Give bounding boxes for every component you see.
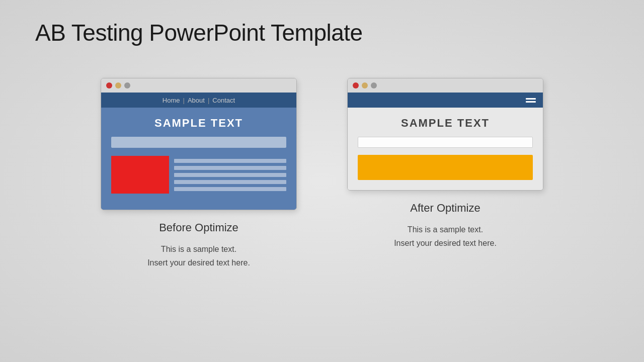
browser-window-a: Home | About | Contact SAMPLE TEXT	[101, 78, 297, 210]
line-bar-4	[174, 180, 286, 184]
nav-about: About	[188, 97, 205, 104]
dot-green-b	[371, 82, 377, 88]
card-a-desc: This is a sample text. Insert your desir…	[147, 242, 250, 269]
nav-links-a: Home | About | Contact	[163, 97, 235, 104]
browser-window-b: SAMPLE TEXT	[347, 78, 543, 191]
browser-hero-b: SAMPLE TEXT	[348, 108, 543, 190]
search-bar-a	[111, 137, 286, 148]
line-bar-1	[174, 159, 286, 163]
nav-sep-1: |	[183, 97, 185, 104]
hero-title-a: SAMPLE TEXT	[111, 117, 286, 130]
browser-titlebar-b	[348, 78, 543, 93]
card-b-desc-line2: Insert your desired text here.	[394, 239, 497, 247]
browser-hero-a: SAMPLE TEXT	[101, 108, 296, 210]
card-b-desc: This is a sample text. Insert your desir…	[394, 223, 497, 250]
page-title: AB Testing PowerPoint Template	[35, 19, 363, 46]
line-bar-2	[174, 166, 286, 170]
browser-content-b: SAMPLE TEXT	[348, 93, 543, 190]
line-bar-5	[174, 187, 286, 191]
card-b: SAMPLE TEXT After Optimize This is a sam…	[347, 78, 543, 269]
hamburger-line-1	[526, 98, 536, 100]
hero-title-b: SAMPLE TEXT	[358, 117, 533, 130]
card-a-desc-line2: Insert your desired text here.	[147, 258, 250, 267]
content-area: Home | About | Contact SAMPLE TEXT	[0, 78, 644, 269]
lines-block	[174, 156, 286, 194]
red-box	[111, 156, 169, 194]
dot-green-a	[124, 82, 130, 88]
card-a-label: Before Optimize	[159, 221, 238, 234]
dot-red-a	[106, 82, 112, 88]
card-b-label: After Optimize	[410, 202, 480, 215]
cta-button[interactable]	[358, 155, 533, 180]
search-bar-b	[358, 137, 533, 148]
nav-contact: Contact	[212, 97, 235, 104]
browser-nav-a: Home | About | Contact	[101, 93, 296, 108]
card-a-desc-line1: This is a sample text.	[161, 245, 236, 253]
dot-red-b	[353, 82, 359, 88]
browser-titlebar-a	[101, 78, 296, 93]
dot-yellow-b	[362, 82, 368, 88]
card-b-desc-line1: This is a sample text.	[408, 225, 483, 234]
line-bar-3	[174, 173, 286, 177]
nav-home: Home	[163, 97, 180, 104]
content-row-a	[111, 156, 286, 204]
browser-content-a: Home | About | Contact SAMPLE TEXT	[101, 93, 296, 210]
hamburger-line-2	[526, 101, 536, 103]
nav-sep-2: |	[208, 97, 209, 104]
hamburger-icon	[526, 98, 536, 103]
dot-yellow-a	[115, 82, 121, 88]
browser-nav-b	[348, 93, 543, 108]
card-a: Home | About | Contact SAMPLE TEXT	[101, 78, 297, 269]
